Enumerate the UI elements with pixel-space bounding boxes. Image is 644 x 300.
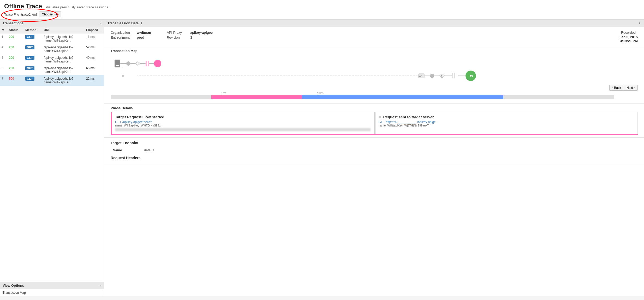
trace-session-label: Trace Session Details: [108, 21, 142, 25]
header: Offline Trace Visualize previously saved…: [0, 0, 644, 20]
page-subtitle: Visualize previously saved trace session…: [46, 5, 109, 9]
table-row[interactable]: 3 200 GET /apikey-apigee/hello? name=Wil…: [0, 54, 104, 65]
view-options-content: Transaction Map: [0, 289, 104, 296]
transaction-map-section: Transaction Map: [104, 46, 644, 103]
phase-card-2-url: GET http://50.___________/apikey-apige: [379, 120, 634, 124]
phase-card-1: Target Request Flow Started GET /apikey-…: [111, 112, 374, 134]
revision-label: Revision: [167, 36, 188, 39]
left-panel: Transactions « ▼ Status Method URI Elaps…: [0, 20, 104, 296]
svg-point-17: [430, 74, 434, 78]
env-label: Environment: [111, 36, 134, 39]
timeline-bar-bg: [111, 95, 614, 99]
api-proxy-label: API Proxy: [167, 31, 188, 34]
tx-uri: /apikey-apigee/hello? name=Will&apiKe...: [42, 33, 85, 44]
phase-card-2: Request sent to target server GET http:/…: [374, 112, 638, 134]
phase-card-1-title: Target Request Flow Started: [115, 115, 371, 119]
phase-card-1-blur: [115, 128, 371, 131]
back-button[interactable]: ‹ Back: [609, 85, 624, 91]
table-row[interactable]: 2 200 GET /apikey-apigee/hello? name=Wil…: [0, 65, 104, 75]
trace-session-collapse-icon[interactable]: ∧: [639, 21, 641, 25]
tx-uri: /apikey-apigee/hello? name=Will&apiKe...: [42, 65, 85, 75]
tx-method: GET: [24, 75, 42, 86]
phase-card-1-url: GET /apikey-apigee/hello?: [115, 120, 371, 124]
timeline-blue-bar: [302, 95, 503, 99]
col-status: Status: [7, 27, 24, 33]
right-content: Organization wwitman Environment prod AP…: [104, 27, 644, 296]
flow-svg: F: [111, 55, 638, 85]
view-options-label: View Options: [3, 284, 24, 287]
proxy-circle: [126, 61, 130, 66]
svg-text:AX: AX: [419, 75, 422, 77]
choose-file-button[interactable]: Choose File: [39, 11, 61, 17]
svg-text:JS: JS: [469, 75, 473, 78]
view-options-section: View Options « Transaction Map: [0, 282, 104, 296]
tx-status: 200: [7, 44, 24, 54]
timeline-pink-bar: [211, 95, 302, 99]
request-headers-title: Request Headers: [111, 156, 638, 160]
recorded-time: 3:19:21 PM: [620, 39, 638, 43]
phase-details-title: Phase Details: [111, 106, 638, 110]
tx-status: 200: [7, 54, 24, 65]
tx-elapsed: 52 ms: [85, 44, 104, 54]
recorded-date: Feb 5, 2015: [619, 35, 638, 39]
trace-file-name: trace2.xml: [21, 13, 37, 16]
trace-session-header: Trace Session Details ∧: [104, 20, 644, 27]
svg-text:F: F: [137, 62, 138, 65]
collapse-icon[interactable]: «: [100, 21, 102, 25]
phase-details-section: Phase Details Target Request Flow Starte…: [104, 103, 644, 138]
page-title: Offline Trace: [4, 3, 42, 10]
tx-status: 500: [7, 75, 24, 86]
tx-num: 2: [0, 65, 7, 75]
revision-value: 3: [190, 36, 192, 39]
transactions-label: Transactions: [3, 21, 23, 25]
tx-uri: /apikey-apigee/hello? name=Will&apiKe...: [42, 54, 85, 65]
phase-dot-2: [379, 116, 381, 118]
transaction-map-option: Transaction Map: [3, 291, 26, 295]
tx-method: GET: [24, 33, 42, 44]
endpoint-name-label: Name: [111, 147, 142, 153]
table-row[interactable]: 5 200 GET /apikey-apigee/hello? name=Wil…: [0, 33, 104, 44]
tx-uri: /apikey-apigee/hello? name=Will&apiKe...: [42, 75, 85, 86]
trace-file-label: Trace File: [4, 13, 19, 16]
bar2: [148, 61, 149, 66]
tx-method: GET: [24, 44, 42, 54]
tx-num: 4: [0, 44, 7, 54]
table-row[interactable]: 1 500 GET /apikey-apigee/hello? name=Wil…: [0, 75, 104, 86]
flow-diagram: F: [111, 55, 638, 85]
selected-phase-circle[interactable]: [154, 60, 161, 67]
tx-status: 200: [7, 65, 24, 75]
bar1: [146, 61, 147, 66]
phase-card-1-params: name=Will&apiKey=Wj8TGjNvS99...: [115, 124, 371, 127]
view-options-header[interactable]: View Options «: [0, 282, 104, 289]
right-panel: Trace Session Details ∧ Organization wwi…: [104, 20, 644, 296]
endpoint-name-row: Name default: [111, 147, 638, 153]
transactions-panel-header: Transactions «: [0, 20, 104, 27]
tx-num: 5: [0, 33, 7, 44]
session-details: Organization wwitman Environment prod AP…: [104, 27, 644, 46]
tx-status: 200: [7, 33, 24, 44]
tx-elapsed: 11 ms: [85, 33, 104, 44]
next-button[interactable]: Next ›: [624, 85, 638, 91]
tx-elapsed: 40 ms: [85, 54, 104, 65]
phase-card-2-params: name=Will&apiKey=Wj8TGjNvS99auk7l: [379, 124, 634, 127]
phone-icon: [115, 60, 120, 67]
tx-elapsed: 22 ms: [85, 75, 104, 86]
endpoint-name-value: default: [142, 147, 638, 153]
svg-text:F: F: [441, 75, 443, 77]
tx-method: GET: [24, 54, 42, 65]
table-row[interactable]: 4 200 GET /apikey-apigee/hello? name=Wil…: [0, 44, 104, 54]
recorded-label: Recorded: [621, 31, 636, 34]
endpoint-table: Name default: [111, 147, 638, 153]
transaction-map-title: Transaction Map: [111, 49, 638, 53]
phase-indicator-2: [374, 112, 375, 134]
svg-rect-1: [116, 65, 119, 66]
timeline-section: ‹ Back Next › 1ms ⌐ 10ms ⌐: [111, 85, 638, 100]
api-proxy-value: apikey-apigee: [190, 31, 213, 34]
col-elapsed: Elapsed: [85, 27, 104, 33]
tx-num: 1: [0, 75, 7, 86]
org-env-group: Organization wwitman Environment prod: [111, 31, 151, 39]
view-options-collapse-icon[interactable]: «: [100, 284, 102, 287]
tx-method: GET: [24, 65, 42, 75]
tx-elapsed: 65 ms: [85, 65, 104, 75]
col-sort[interactable]: ▼: [0, 27, 7, 33]
